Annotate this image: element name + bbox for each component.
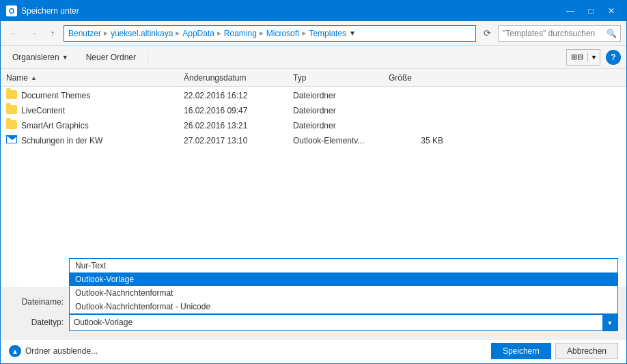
table-row[interactable]: LiveContent 16.02.2016 09:47 Dateiordner — [1, 103, 626, 118]
email-file-icon — [6, 135, 18, 146]
close-button[interactable]: ✕ — [602, 4, 621, 18]
breadcrumb-item[interactable]: Microsoft — [266, 29, 300, 38]
toolbar-separator — [148, 51, 148, 64]
filetype-selected-value: Outlook-Vorlage — [70, 318, 617, 327]
save-button[interactable]: Speichern — [491, 343, 551, 359]
window-title: Speichern unter — [21, 6, 561, 16]
up-button[interactable]: ↑ — [44, 25, 61, 42]
help-button[interactable]: ? — [606, 50, 621, 65]
breadcrumb-item[interactable]: Templates — [309, 29, 346, 38]
refresh-button[interactable]: ⟳ — [479, 25, 495, 42]
breadcrumb-item[interactable]: Benutzer — [68, 29, 101, 38]
view-dropdown-arrow[interactable]: ▼ — [588, 54, 600, 61]
breadcrumb: Benutzer ► yueksel.altinkaya ► AppData ►… — [64, 25, 476, 42]
hide-folders-arrow-icon: ▲ — [9, 345, 21, 357]
col-header-size[interactable]: Größe — [389, 73, 443, 83]
save-dialog-window: O Speichern unter — □ ✕ ← → ↑ Benutzer ►… — [0, 0, 627, 364]
maximize-button[interactable]: □ — [581, 4, 600, 18]
forward-button[interactable]: → — [25, 25, 42, 42]
folder-icon — [6, 120, 18, 131]
title-bar: O Speichern unter — □ ✕ — [1, 1, 626, 21]
back-button[interactable]: ← — [6, 25, 23, 42]
app-icon: O — [6, 5, 17, 16]
search-input[interactable] — [498, 25, 621, 42]
filetype-select-display[interactable]: Outlook-Vorlage ▼ — [69, 314, 618, 331]
table-row[interactable]: Schulungen in der KW 27.02.2017 13:10 Ou… — [1, 133, 626, 148]
filetype-label: Dateityp: — [9, 318, 64, 327]
dropdown-item-outlooknachrichtenformat-unicode[interactable]: Outlook-Nachrichtenformat - Unicode — [70, 300, 617, 313]
view-icon: ⊞⊟ — [567, 53, 588, 61]
footer-area: ▲ Ordner ausblende... Speichern Abbreche… — [1, 340, 626, 363]
breadcrumb-item[interactable]: yueksel.altinkaya — [111, 29, 173, 38]
breadcrumb-dropdown-arrow[interactable]: ▼ — [349, 29, 356, 37]
dropdown-item-nurtext[interactable]: Nur-Text — [70, 259, 617, 272]
file-list: Document Themes 22.02.2016 16:12 Dateior… — [1, 87, 626, 288]
organize-button[interactable]: Organisieren ▼ — [6, 50, 74, 65]
col-header-name[interactable]: Name ▲ — [6, 73, 184, 83]
folder-icon — [6, 90, 18, 101]
filetype-select-wrapper: Nur-Text Outlook-Vorlage Outlook-Nachric… — [69, 314, 618, 331]
view-button[interactable]: ⊞⊟ ▼ — [566, 49, 600, 66]
dropdown-item-outlooknachrichtenformat[interactable]: Outlook-Nachrichtenformat — [70, 286, 617, 300]
filetype-row: Dateityp: Nur-Text Outlook-Vorlage Outlo… — [9, 314, 618, 331]
cancel-button[interactable]: Abbrechen — [555, 343, 618, 359]
col-header-type[interactable]: Typ — [293, 73, 389, 83]
dropdown-item-outlookvorlage[interactable]: Outlook-Vorlage — [70, 272, 617, 286]
bottom-form-area: Dateiname: Dateityp: Nur-Text Outlook-Vo… — [1, 288, 626, 340]
search-wrapper: 🔍 — [498, 25, 621, 42]
filename-label: Dateiname: — [9, 297, 64, 307]
breadcrumb-item[interactable]: AppData — [182, 29, 214, 38]
table-row[interactable]: SmartArt Graphics 26.02.2016 13:21 Datei… — [1, 118, 626, 133]
sort-arrow-icon: ▲ — [31, 74, 37, 81]
minimize-button[interactable]: — — [561, 4, 580, 18]
address-bar: ← → ↑ Benutzer ► yueksel.altinkaya ► App… — [1, 21, 626, 46]
new-folder-button[interactable]: Neuer Ordner — [80, 50, 142, 65]
column-headers: Name ▲ Änderungsdatum Typ Größe — [1, 69, 626, 87]
folder-icon — [6, 105, 18, 116]
table-row[interactable]: Document Themes 22.02.2016 16:12 Dateior… — [1, 88, 626, 103]
chevron-down-icon: ▼ — [62, 54, 68, 61]
window-controls: — □ ✕ — [561, 4, 621, 18]
hide-folders-button[interactable]: ▲ Ordner ausblende... — [9, 345, 98, 357]
toolbar: Organisieren ▼ Neuer Ordner ⊞⊟ ▼ ? — [1, 46, 626, 69]
breadcrumb-item[interactable]: Roaming — [224, 29, 257, 38]
footer-buttons: Speichern Abbrechen — [491, 343, 618, 359]
filetype-dropdown-list: Nur-Text Outlook-Vorlage Outlook-Nachric… — [69, 258, 618, 314]
col-header-date[interactable]: Änderungsdatum — [184, 73, 293, 83]
